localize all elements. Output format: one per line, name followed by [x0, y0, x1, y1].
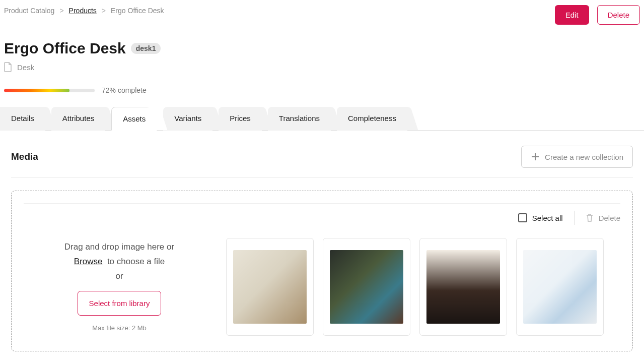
upload-panel: Drag and drop image here or Browse to ch… — [24, 235, 215, 339]
delete-selected-button[interactable]: Delete — [586, 213, 620, 222]
breadcrumb: Product Catalog > Products > Ergo Office… — [4, 5, 164, 15]
media-thumbnail[interactable] — [226, 238, 314, 336]
edit-button[interactable]: Edit — [555, 5, 589, 25]
tab-completeness[interactable]: Completeness — [337, 107, 407, 131]
upload-drag-text: Drag and drop image here or — [64, 242, 174, 252]
product-type: Desk — [17, 63, 34, 72]
checkbox-icon — [518, 213, 527, 222]
thumbnail-image — [233, 250, 307, 324]
tab-translations[interactable]: Translations — [268, 107, 331, 131]
completeness-label: 72% complete — [102, 86, 147, 94]
media-thumbnail[interactable] — [419, 238, 507, 336]
trash-icon — [586, 213, 594, 222]
upload-hint: Max file size: 2 Mb — [34, 323, 205, 334]
delete-selected-label: Delete — [599, 214, 620, 222]
page-title: Ergo Office Desk — [4, 40, 126, 57]
select-from-library-button[interactable]: Select from library — [78, 291, 162, 316]
media-dropzone[interactable]: Select all Delete — [11, 191, 633, 351]
delete-button[interactable]: Delete — [597, 5, 640, 25]
thumbnail-image — [426, 250, 500, 324]
select-all-toggle[interactable]: Select all — [518, 213, 563, 222]
tab-details[interactable]: Details — [0, 107, 45, 131]
tab-variants[interactable]: Variants — [163, 107, 212, 131]
breadcrumb-separator: > — [59, 7, 63, 15]
document-icon — [4, 62, 12, 72]
thumbnail-image — [330, 250, 403, 324]
media-thumbnail[interactable] — [516, 238, 604, 336]
plus-icon — [531, 152, 540, 161]
section-title-media: Media — [11, 151, 38, 162]
browse-link[interactable]: Browse — [74, 257, 103, 266]
tab-attributes[interactable]: Attributes — [51, 107, 105, 131]
tab-assets[interactable]: Assets — [111, 107, 157, 131]
upload-or: or — [34, 269, 205, 284]
create-collection-label: Create a new collection — [545, 153, 623, 161]
thumbnail-image — [523, 250, 597, 324]
media-thumbnail[interactable] — [323, 238, 410, 336]
create-collection-button[interactable]: Create a new collection — [521, 146, 633, 168]
upload-choose-text: to choose a file — [107, 257, 165, 266]
tab-prices[interactable]: Prices — [219, 107, 262, 131]
select-all-label: Select all — [532, 214, 563, 222]
product-badge: desk1 — [131, 43, 161, 54]
breadcrumb-current: Ergo Office Desk — [111, 7, 164, 15]
breadcrumb-products[interactable]: Products — [69, 7, 97, 15]
divider — [574, 211, 575, 225]
breadcrumb-separator: > — [102, 7, 106, 15]
breadcrumb-root[interactable]: Product Catalog — [4, 7, 54, 15]
completeness-progress — [4, 89, 95, 92]
